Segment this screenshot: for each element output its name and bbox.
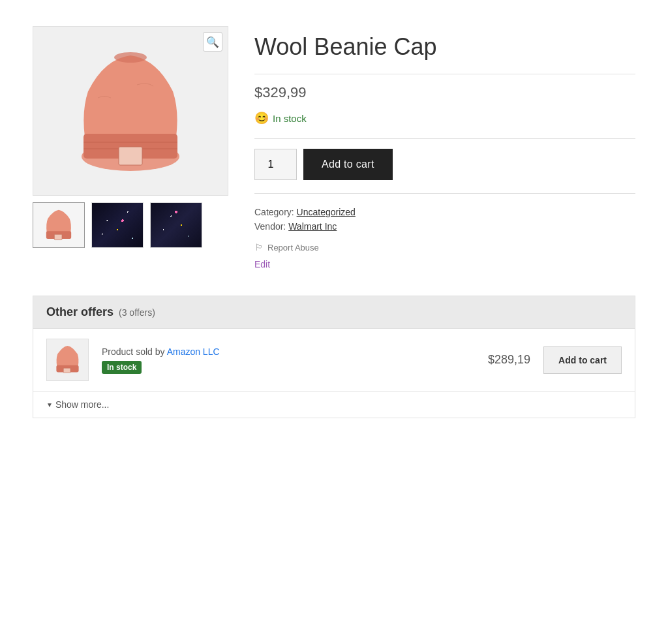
report-abuse-label[interactable]: Report Abuse <box>267 243 319 253</box>
offer-row: Product sold by Amazon LLC In stock $289… <box>33 328 635 391</box>
flag-icon: 🏳 <box>254 242 264 253</box>
product-info: Wool Beanie Cap $329,99 😊 In stock Add t… <box>254 26 635 269</box>
category-link[interactable]: Uncategorized <box>297 207 356 217</box>
product-price: $329,99 <box>254 84 635 101</box>
svg-rect-7 <box>54 234 62 239</box>
zoom-button[interactable]: 🔍 <box>203 32 222 52</box>
category-label: Category: <box>254 207 294 217</box>
other-offers-header: Other offers (3 offers) <box>33 296 635 328</box>
offers-count: (3 offers) <box>119 307 155 318</box>
svg-rect-9 <box>63 368 70 373</box>
product-gallery: 🔍 <box>33 26 228 269</box>
product-title: Wool Beanie Cap <box>254 33 635 61</box>
divider-3 <box>254 193 635 194</box>
add-to-cart-row: Add to cart <box>254 149 635 180</box>
svg-rect-4 <box>119 147 142 165</box>
offer-price: $289,19 <box>465 353 530 367</box>
add-to-cart-button[interactable]: Add to cart <box>303 149 393 180</box>
edit-link[interactable]: Edit <box>254 259 635 269</box>
thumbnail-1[interactable] <box>33 202 85 248</box>
offer-details: Product sold by Amazon LLC In stock <box>102 346 452 374</box>
quantity-input[interactable] <box>254 149 297 180</box>
vendor-link[interactable]: Walmart Inc <box>288 221 337 232</box>
product-section: 🔍 <box>33 20 635 269</box>
report-abuse-row: 🏳 Report Abuse <box>254 242 635 253</box>
offer-stock-badge: In stock <box>102 361 142 374</box>
offer-add-to-cart-button[interactable]: Add to cart <box>543 346 622 374</box>
show-more-row[interactable]: ▼ Show more... <box>33 391 635 418</box>
category-row: Category: Uncategorized <box>254 207 635 217</box>
offer-vendor-link[interactable]: Amazon LLC <box>167 346 220 357</box>
stock-status-row: 😊 In stock <box>254 111 635 125</box>
chevron-down-icon: ▼ <box>46 401 53 408</box>
stock-smiley-icon: 😊 <box>254 111 269 125</box>
product-main-image <box>72 46 189 176</box>
divider-1 <box>254 74 635 74</box>
divider-2 <box>254 138 635 139</box>
product-meta: Category: Uncategorized Vendor: Walmart … <box>254 207 635 232</box>
vendor-label: Vendor: <box>254 221 286 232</box>
thumbnail-2[interactable] <box>91 202 144 248</box>
offer-thumbnail <box>46 339 89 381</box>
main-image-container: 🔍 <box>33 26 228 196</box>
vendor-row: Vendor: Walmart Inc <box>254 221 635 232</box>
page-wrapper: 🔍 <box>0 0 668 644</box>
show-more-label: Show more... <box>55 399 109 410</box>
stock-status-label: In stock <box>273 113 307 124</box>
sold-by-text: Product sold by Amazon LLC <box>102 346 452 357</box>
svg-point-5 <box>114 52 147 63</box>
other-offers-section: Other offers (3 offers) Product sold by … <box>33 296 635 418</box>
sold-by-prefix: Product sold by <box>102 346 165 357</box>
thumbnail-strip <box>33 202 228 248</box>
thumbnail-3[interactable] <box>150 202 202 248</box>
other-offers-title: Other offers <box>46 305 114 319</box>
